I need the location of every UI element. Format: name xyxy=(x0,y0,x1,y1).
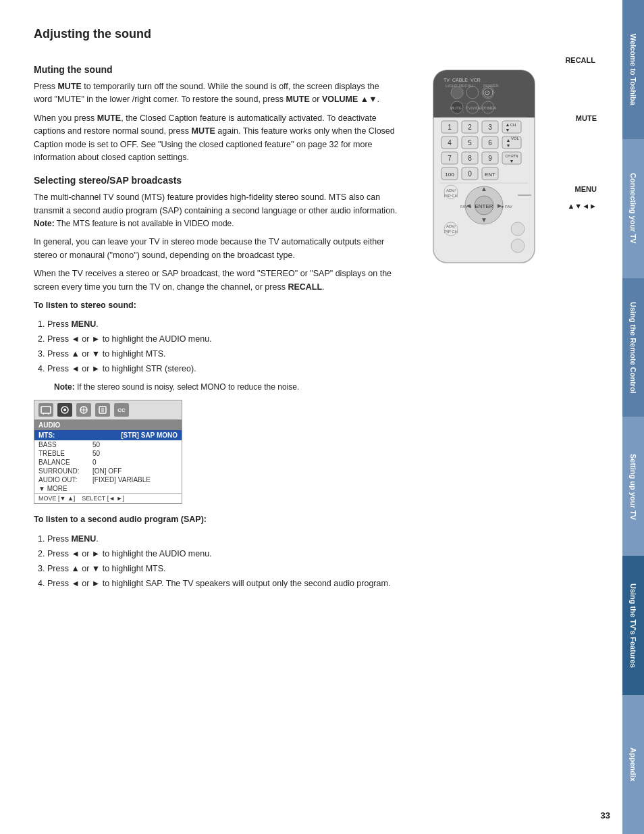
svg-text:4: 4 xyxy=(448,139,452,147)
svg-text:▼: ▼ xyxy=(510,159,514,163)
stereo-step-1: Press MENU. xyxy=(47,317,400,331)
svg-text:TV/VIDEO: TV/VIDEO xyxy=(466,106,485,110)
menu-audio-label: AUDIO xyxy=(34,420,182,430)
muting-subtitle: Muting the sound xyxy=(34,64,400,75)
stereo-steps-list: Press MENU. Press ◄ or ► to highlight th… xyxy=(47,317,400,375)
svg-text:ADV/: ADV/ xyxy=(446,188,456,192)
menu-row-treble: TREBLE 50 xyxy=(34,449,182,458)
menu-mts-key: MTS: xyxy=(38,432,55,439)
sap-step-2: Press ◄ or ► to highlight the AUDIO menu… xyxy=(47,547,400,561)
stereo-para2: In general, you can leave your TV in ste… xyxy=(34,236,400,262)
svg-text:ENT: ENT xyxy=(485,172,495,178)
svg-point-84 xyxy=(511,222,525,236)
menu-screenshot: CC AUDIO MTS: [STR] SAP MONO BASS 50 TRE… xyxy=(34,400,182,504)
sidebar-item-setting-up[interactable]: Setting up your TV xyxy=(622,417,644,556)
svg-text:LIGHT: LIGHT xyxy=(446,84,458,88)
main-content: Adjusting the sound Muting the sound Pre… xyxy=(0,0,622,834)
svg-text:RECALL: RECALL xyxy=(459,84,475,88)
stereo-step-3: Press ▲ or ▼ to highlight MTS. xyxy=(47,347,400,361)
svg-text:⏻: ⏻ xyxy=(484,90,490,96)
stereo-subtitle: Selecting stereo/SAP broadcasts xyxy=(34,175,400,186)
sidebar-item-features[interactable]: Using the TV's Features xyxy=(622,556,644,695)
mute-callout: MUTE xyxy=(576,114,597,122)
stereo-note: Note: If the stereo sound is noisy, sele… xyxy=(54,381,400,393)
menu-mts-header: MTS: [STR] SAP MONO xyxy=(34,430,182,440)
stereo-step-2: Press ◄ or ► to highlight the AUDIO menu… xyxy=(47,332,400,346)
svg-text:MUTE: MUTE xyxy=(450,106,462,110)
svg-text:TIMER: TIMER xyxy=(484,106,497,110)
svg-text:2: 2 xyxy=(468,124,472,131)
svg-text:9: 9 xyxy=(488,155,492,162)
menu-mts-value: [STR] SAP MONO xyxy=(121,432,178,439)
menu-row-audio-out: AUDIO OUT: [FIXED] VARIABLE xyxy=(34,475,182,484)
svg-text:6: 6 xyxy=(488,139,492,147)
sap-steps-list: Press MENU. Press ◄ or ► to highlight th… xyxy=(47,532,400,590)
sap-steps-label: To listen to a second audio program (SAP… xyxy=(34,513,400,526)
muting-para2: When you press MUTE, the Closed Caption … xyxy=(34,112,400,165)
svg-point-85 xyxy=(511,239,525,253)
menu-row-surround: SURROUND: [ON] OFF xyxy=(34,467,182,475)
svg-text:▼: ▼ xyxy=(506,143,511,148)
menu-callout: MENU xyxy=(575,185,597,193)
svg-text:CABLE: CABLE xyxy=(452,78,468,82)
recall-callout: RECALL xyxy=(565,56,595,64)
svg-text:▼: ▼ xyxy=(481,216,487,224)
svg-text:CH RTN: CH RTN xyxy=(506,154,518,158)
svg-text:PIP CH: PIP CH xyxy=(444,230,458,234)
remote-image-container: RECALL MUTE MENU ▲▼◄► TV xyxy=(413,53,602,269)
stereo-steps-label: To listen to stereo sound: xyxy=(34,299,400,312)
svg-text:ENTER: ENTER xyxy=(475,203,493,209)
svg-text:FAV◄: FAV◄ xyxy=(460,205,472,209)
svg-text:PIP CH: PIP CH xyxy=(444,194,458,198)
svg-text:ADV/: ADV/ xyxy=(446,224,456,228)
svg-text:100: 100 xyxy=(445,172,454,178)
svg-text:▲: ▲ xyxy=(506,138,511,142)
sap-step-4: Press ◄ or ► to highlight SAP. The TV sp… xyxy=(47,577,400,590)
muting-para1: Press MUTE to temporarily turn off the s… xyxy=(34,80,400,107)
svg-text:0: 0 xyxy=(468,170,472,178)
svg-text:3: 3 xyxy=(488,124,492,131)
svg-point-4 xyxy=(63,409,66,411)
svg-text:►FAV: ►FAV xyxy=(501,205,512,209)
sidebar-item-welcome[interactable]: Welcome to Toshiba xyxy=(622,0,644,139)
svg-text:VOL: VOL xyxy=(511,136,520,140)
two-col-layout: Muting the sound Press MUTE to temporari… xyxy=(34,53,602,596)
section-title: Adjusting the sound xyxy=(34,27,602,41)
menu-footer: MOVE [▼ ▲] SELECT [◄ ►] xyxy=(34,493,182,503)
svg-point-18 xyxy=(451,86,463,99)
stereo-para3: When the TV receives a stereo or SAP bro… xyxy=(34,267,400,294)
menu-icon-cc: CC xyxy=(114,403,129,417)
sidebar: Welcome to Toshiba Connecting your TV Us… xyxy=(622,0,644,834)
stereo-step-4: Press ◄ or ► to highlight STR (stereo). xyxy=(47,362,400,375)
right-column: RECALL MUTE MENU ▲▼◄► TV xyxy=(413,53,602,596)
stereo-para1: The multi-channel TV sound (MTS) feature… xyxy=(34,191,400,230)
menu-row-balance: BALANCE 0 xyxy=(34,458,182,467)
menu-row-bass: BASS 50 xyxy=(34,440,182,449)
svg-text:▲: ▲ xyxy=(506,122,510,127)
svg-text:CH: CH xyxy=(510,123,516,127)
svg-text:1: 1 xyxy=(448,124,452,131)
menu-row-more: ▼ MORE xyxy=(34,484,182,493)
svg-text:VCR: VCR xyxy=(471,78,481,82)
menu-icons-row: CC xyxy=(34,400,182,420)
svg-rect-0 xyxy=(41,407,51,413)
sidebar-item-remote[interactable]: Using the Remote Control xyxy=(622,278,644,417)
svg-text:5: 5 xyxy=(468,139,472,147)
svg-text:TV: TV xyxy=(444,78,450,82)
svg-text:7: 7 xyxy=(448,155,452,162)
sidebar-item-connecting[interactable]: Connecting your TV xyxy=(622,139,644,278)
svg-text:▲: ▲ xyxy=(481,185,487,192)
menu-icon-picture xyxy=(76,403,91,417)
menu-icon-audio xyxy=(57,403,72,417)
sap-step-1: Press MENU. xyxy=(47,532,400,546)
svg-point-19 xyxy=(466,86,479,99)
nav-callout: ▲▼◄► xyxy=(567,202,597,210)
svg-text:8: 8 xyxy=(468,155,472,162)
svg-text:▼: ▼ xyxy=(506,128,510,132)
menu-icon-tv xyxy=(38,403,53,417)
sidebar-item-appendix[interactable]: Appendix xyxy=(622,695,644,834)
svg-text:POWER: POWER xyxy=(483,84,499,88)
page-number: 33 xyxy=(601,810,610,820)
sap-step-3: Press ▲ or ▼ to highlight MTS. xyxy=(47,562,400,575)
left-column: Muting the sound Press MUTE to temporari… xyxy=(34,53,400,596)
